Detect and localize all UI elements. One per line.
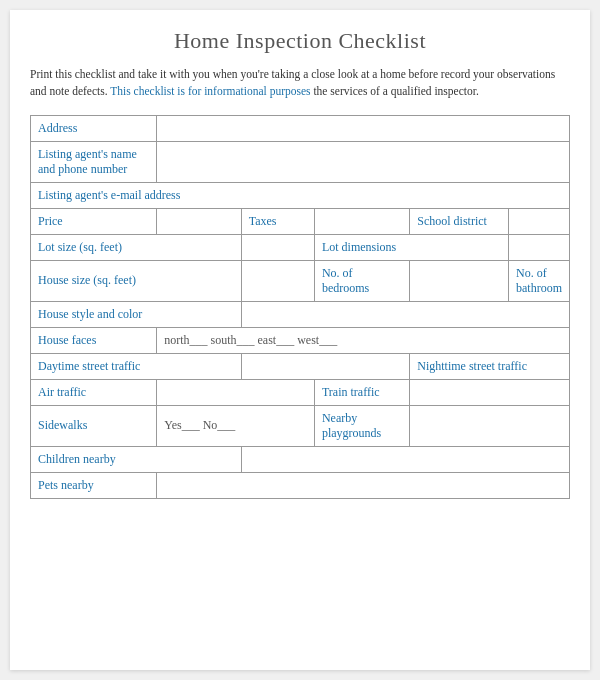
children-nearby-value[interactable] (241, 446, 569, 472)
train-traffic-label: Train traffic (314, 379, 409, 405)
table-row: Children nearby (31, 446, 570, 472)
listing-name-value[interactable] (157, 141, 570, 182)
playgrounds-label: Nearby playgrounds (314, 405, 409, 446)
train-traffic-value[interactable] (410, 379, 570, 405)
listing-name-label: Listing agent's name and phone number (31, 141, 157, 182)
playgrounds-value[interactable] (410, 405, 570, 446)
price-label: Price (31, 208, 157, 234)
lot-size-value[interactable] (241, 234, 314, 260)
house-faces-label: House faces (31, 327, 157, 353)
bathrooms-label: No. of bathroom (509, 260, 570, 301)
sidewalks-value: Yes___ No___ (157, 405, 315, 446)
description: Print this checklist and take it with yo… (30, 66, 570, 101)
pets-nearby-label: Pets nearby (31, 472, 157, 498)
page: Home Inspection Checklist Print this che… (10, 10, 590, 670)
listing-email-label: Listing agent's e-mail address (31, 182, 570, 208)
taxes-value[interactable] (314, 208, 409, 234)
table-row: Price Taxes School district (31, 208, 570, 234)
daytime-traffic-value[interactable] (241, 353, 410, 379)
table-row: House style and color (31, 301, 570, 327)
bedrooms-value[interactable] (410, 260, 509, 301)
house-faces-directions: north___ south___ east___ west___ (157, 327, 570, 353)
price-value[interactable] (157, 208, 241, 234)
table-row: House size (sq. feet) No. of bedrooms No… (31, 260, 570, 301)
description-end: the services of a qualified inspector. (311, 85, 479, 97)
address-value[interactable] (157, 115, 570, 141)
children-nearby-label: Children nearby (31, 446, 242, 472)
house-size-label: House size (sq. feet) (31, 260, 242, 301)
nighttime-traffic-label: Nighttime street traffic (410, 353, 570, 379)
taxes-label: Taxes (241, 208, 314, 234)
school-district-label: School district (410, 208, 509, 234)
house-size-value[interactable] (241, 260, 314, 301)
table-row: Listing agent's e-mail address (31, 182, 570, 208)
daytime-traffic-label: Daytime street traffic (31, 353, 242, 379)
lot-size-label: Lot size (sq. feet) (31, 234, 242, 260)
air-traffic-label: Air traffic (31, 379, 157, 405)
table-row: Address (31, 115, 570, 141)
table-row: Pets nearby (31, 472, 570, 498)
house-style-label: House style and color (31, 301, 242, 327)
school-district-value[interactable] (509, 208, 570, 234)
description-blue: This checklist is for informational purp… (110, 85, 310, 97)
page-title: Home Inspection Checklist (30, 28, 570, 54)
lot-dim-label: Lot dimensions (314, 234, 508, 260)
lot-dim-value[interactable] (509, 234, 570, 260)
bedrooms-label: No. of bedrooms (314, 260, 409, 301)
table-row: Listing agent's name and phone number (31, 141, 570, 182)
house-style-value[interactable] (241, 301, 569, 327)
checklist-table: Address Listing agent's name and phone n… (30, 115, 570, 499)
table-row: Lot size (sq. feet) Lot dimensions (31, 234, 570, 260)
table-row: Air traffic Train traffic (31, 379, 570, 405)
address-label: Address (31, 115, 157, 141)
air-traffic-value[interactable] (157, 379, 315, 405)
sidewalks-label: Sidewalks (31, 405, 157, 446)
pets-nearby-value[interactable] (157, 472, 570, 498)
table-row: House faces north___ south___ east___ we… (31, 327, 570, 353)
table-row: Daytime street traffic Nighttime street … (31, 353, 570, 379)
table-row: Sidewalks Yes___ No___ Nearby playground… (31, 405, 570, 446)
